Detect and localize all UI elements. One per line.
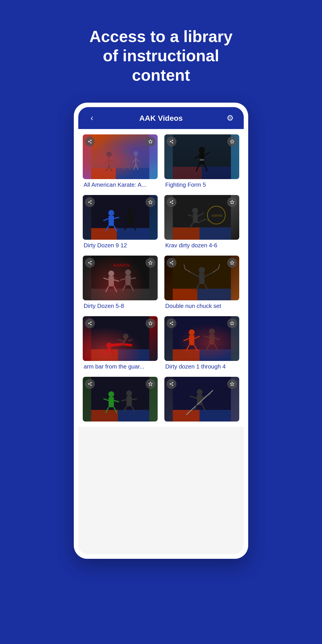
settings-button[interactable]: ⚙ <box>224 113 236 123</box>
share-button-7[interactable] <box>85 318 95 328</box>
share-button-5[interactable] <box>85 258 95 268</box>
share-button-9[interactable] <box>85 379 95 389</box>
video-thumb-8 <box>164 316 239 361</box>
share-button-3[interactable] <box>85 197 95 207</box>
share-button-2[interactable] <box>166 137 176 146</box>
video-overlay-icons-5 <box>85 258 156 268</box>
star-button-2[interactable] <box>227 137 237 146</box>
share-button-4[interactable] <box>166 197 176 207</box>
video-overlay-icons-9 <box>85 379 156 389</box>
video-card-8[interactable]: Dirty dozen 1 through 4 <box>164 316 239 370</box>
svg-point-72 <box>125 270 131 275</box>
svg-line-71 <box>114 286 117 292</box>
svg-point-16 <box>134 151 138 156</box>
share-button-10[interactable] <box>166 379 176 389</box>
svg-rect-73 <box>126 275 131 285</box>
svg-marker-148 <box>230 382 234 386</box>
video-overlay-icons-8 <box>166 318 237 328</box>
video-card-7[interactable]: arm bar from the guar... <box>83 316 158 370</box>
svg-line-9 <box>109 167 112 171</box>
svg-rect-140 <box>200 410 231 422</box>
svg-line-21 <box>136 164 138 170</box>
star-button-1[interactable] <box>146 137 156 146</box>
svg-line-15 <box>127 164 130 170</box>
video-card-5[interactable]: KARATE <box>83 256 158 310</box>
video-overlay-icons-4 <box>166 197 237 207</box>
svg-rect-81 <box>198 289 231 300</box>
svg-line-98 <box>122 344 132 345</box>
svg-marker-22 <box>149 140 152 143</box>
video-card-4[interactable]: KARATE Krav dirty dozen 4-6 <box>164 195 239 249</box>
svg-line-103 <box>118 340 123 341</box>
svg-line-28 <box>194 156 199 159</box>
svg-rect-67 <box>109 276 114 286</box>
hero-title: Access to a library of instructional con… <box>83 27 239 85</box>
share-button-8[interactable] <box>166 318 176 328</box>
svg-line-114 <box>194 345 198 351</box>
video-card-3[interactable]: Dirty Dozen 9 12 <box>83 195 158 249</box>
star-button-3[interactable] <box>146 197 156 207</box>
star-button-8[interactable] <box>227 318 237 328</box>
svg-point-125 <box>108 391 114 397</box>
svg-point-101 <box>123 334 128 339</box>
svg-marker-92 <box>230 261 234 264</box>
svg-line-119 <box>206 344 209 350</box>
star-button-6[interactable] <box>227 258 237 268</box>
share-button-6[interactable] <box>166 258 176 268</box>
video-thumb-7 <box>83 316 158 361</box>
svg-marker-121 <box>230 322 234 325</box>
video-title-2: Fighting Form 5 <box>164 181 239 188</box>
video-card-6[interactable]: Double nun chuck set <box>164 256 239 310</box>
svg-marker-49 <box>149 200 152 204</box>
video-card-1[interactable]: All American Karate: A... <box>83 134 158 188</box>
star-button-9[interactable] <box>146 379 156 389</box>
svg-point-37 <box>108 210 114 216</box>
svg-line-19 <box>136 159 139 161</box>
video-title-5: Dirty Dozen 5-8 <box>83 302 158 310</box>
svg-line-99 <box>106 348 109 353</box>
svg-line-30 <box>196 164 199 171</box>
svg-rect-116 <box>209 334 215 344</box>
svg-rect-2 <box>91 168 116 179</box>
svg-line-120 <box>215 344 218 350</box>
svg-rect-36 <box>117 228 149 240</box>
svg-rect-139 <box>173 410 200 422</box>
svg-rect-27 <box>199 153 204 164</box>
star-button-10[interactable] <box>227 379 237 389</box>
video-thumb-10 <box>164 377 239 422</box>
svg-line-14 <box>124 164 127 170</box>
svg-line-75 <box>131 278 136 278</box>
video-title-4: Krav dirty dozen 4-6 <box>164 242 239 249</box>
svg-line-18 <box>132 159 136 162</box>
share-button-1[interactable] <box>85 137 95 146</box>
video-overlay-icons-3 <box>85 197 156 207</box>
back-button[interactable]: ‹ <box>86 113 98 123</box>
svg-rect-25 <box>173 167 202 179</box>
svg-line-6 <box>105 160 109 164</box>
svg-line-31 <box>204 164 208 171</box>
video-thumb-2 <box>164 134 239 179</box>
svg-line-77 <box>131 285 134 291</box>
svg-line-113 <box>186 345 189 351</box>
svg-line-118 <box>215 338 220 340</box>
video-thumb-9 <box>83 377 158 422</box>
svg-line-7 <box>109 160 114 162</box>
svg-rect-51 <box>173 228 200 240</box>
svg-point-131 <box>126 390 132 396</box>
svg-marker-33 <box>230 140 234 143</box>
star-button-4[interactable] <box>227 197 237 207</box>
phone-inner: ‹ AAK Videos ⚙ <box>78 107 244 554</box>
video-card-10[interactable] <box>164 377 239 422</box>
video-thumb-6 <box>164 256 239 300</box>
app-header: ‹ AAK Videos ⚙ <box>78 107 244 129</box>
video-card-2[interactable]: Fighting Form 5 <box>164 134 239 188</box>
svg-rect-110 <box>189 335 194 345</box>
svg-text:KARATE: KARATE <box>212 214 222 217</box>
star-button-7[interactable] <box>146 318 156 328</box>
star-button-5[interactable] <box>146 258 156 268</box>
video-title-1: All American Karate: A... <box>83 181 158 188</box>
video-card-9[interactable] <box>83 377 158 422</box>
svg-line-111 <box>184 338 189 341</box>
svg-line-29 <box>204 152 210 156</box>
svg-line-8 <box>106 167 109 171</box>
